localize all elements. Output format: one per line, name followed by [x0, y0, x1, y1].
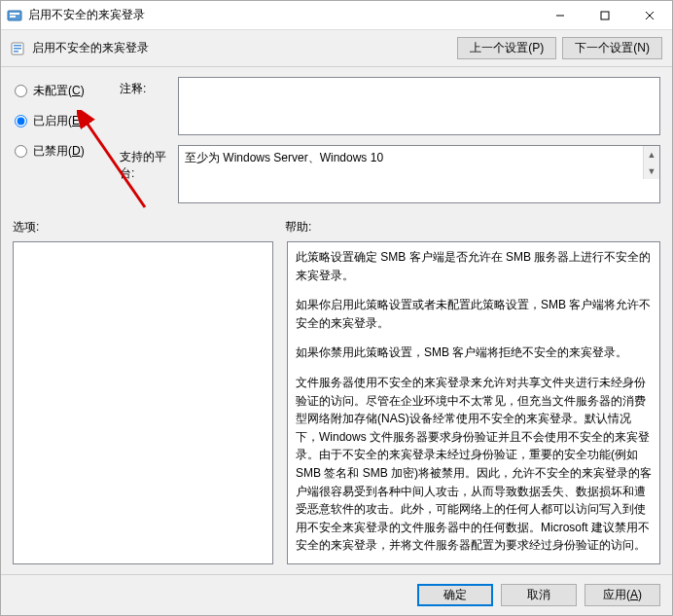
- svg-rect-2: [10, 16, 16, 18]
- comment-label: 注释:: [120, 77, 178, 97]
- app-icon: [7, 8, 22, 23]
- comment-textarea[interactable]: [178, 77, 660, 135]
- ok-button[interactable]: 确定: [417, 584, 493, 606]
- svg-rect-8: [14, 45, 21, 47]
- scroll-up-icon[interactable]: ▲: [644, 146, 659, 163]
- content-area: 未配置(C) 已启用(E) 已禁用(D) 注释: 支持的平台:: [1, 67, 672, 574]
- next-setting-button[interactable]: 下一个设置(N): [562, 37, 662, 59]
- help-text: 如果你禁用此策略设置，SMB 客户端将拒绝不安全的来宾登录。: [296, 344, 652, 362]
- close-button[interactable]: [627, 1, 672, 30]
- supported-platform-label: 支持的平台:: [120, 145, 178, 182]
- radio-enabled-label[interactable]: 已启用(E): [33, 113, 84, 129]
- window-title: 启用不安全的来宾登录: [28, 7, 538, 23]
- state-radio-group: 未配置(C) 已启用(E) 已禁用(D): [13, 77, 120, 203]
- help-text: 此策略设置确定 SMB 客户端是否允许在 SMB 服务器上进行不安全的来宾登录。: [296, 248, 652, 284]
- radio-disabled[interactable]: [15, 145, 27, 158]
- help-label: 帮助:: [285, 219, 311, 236]
- help-text: 如果你启用此策略设置或者未配置此策略设置，SMB 客户端将允许不安全的来宾登录。: [296, 296, 652, 332]
- maximize-button[interactable]: [583, 1, 627, 30]
- svg-rect-1: [10, 13, 19, 15]
- radio-enabled[interactable]: [15, 115, 27, 127]
- policy-title: 启用不安全的来宾登录: [32, 40, 451, 56]
- cancel-button[interactable]: 取消: [501, 584, 577, 606]
- radio-not-configured-label[interactable]: 未配置(C): [33, 83, 85, 99]
- supported-platform-box: 至少为 Windows Server、Windows 10 ▲ ▼: [178, 145, 660, 203]
- dialog-window: 启用不安全的来宾登录 启用不安全的来宾登录 上一个设置(P) 下一个设置(N) …: [0, 0, 673, 616]
- radio-not-configured[interactable]: [15, 85, 27, 97]
- help-panel[interactable]: 此策略设置确定 SMB 客户端是否允许在 SMB 服务器上进行不安全的来宾登录。…: [287, 241, 660, 564]
- svg-rect-10: [14, 51, 18, 53]
- options-panel[interactable]: [13, 241, 273, 564]
- svg-rect-4: [601, 12, 609, 19]
- titlebar: 启用不安全的来宾登录: [1, 1, 672, 30]
- minimize-button[interactable]: [538, 1, 583, 30]
- radio-disabled-label[interactable]: 已禁用(D): [33, 143, 85, 160]
- subheader: 启用不安全的来宾登录 上一个设置(P) 下一个设置(N): [1, 30, 672, 67]
- apply-button[interactable]: 应用(A): [584, 584, 660, 606]
- supported-platform-value: 至少为 Windows Server、Windows 10: [179, 146, 643, 170]
- help-text: 文件服务器使用不安全的来宾登录来允许对共享文件夹进行未经身份验证的访问。尽管在企…: [296, 374, 652, 555]
- svg-rect-9: [14, 48, 21, 50]
- options-label: 选项:: [13, 219, 285, 236]
- policy-icon: [11, 41, 26, 56]
- dialog-footer: 确定 取消 应用(A): [1, 574, 672, 615]
- previous-setting-button[interactable]: 上一个设置(P): [457, 37, 556, 59]
- scroll-down-icon[interactable]: ▼: [644, 163, 659, 179]
- platform-scrollbar[interactable]: ▲ ▼: [643, 146, 659, 179]
